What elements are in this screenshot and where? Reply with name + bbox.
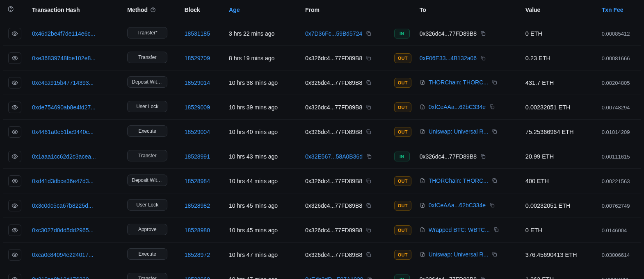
txn-age: 10 hrs 45 mins ago — [229, 202, 278, 209]
block-link[interactable]: 18531185 — [185, 30, 210, 37]
view-details-button[interactable] — [8, 200, 21, 211]
copy-icon[interactable] — [491, 79, 498, 85]
copy-icon[interactable] — [480, 55, 486, 61]
copy-icon[interactable] — [365, 202, 372, 209]
to-address[interactable]: 0xfCeAAa...62bC334e — [429, 104, 486, 110]
direction-badge: IN — [394, 274, 410, 279]
txn-hash-link[interactable]: 0xe4ca915b47714393... — [32, 79, 94, 86]
table-row: 0x46d2be4f7de114e6c...Transfer*185311853… — [3, 21, 641, 46]
copy-icon[interactable] — [493, 227, 499, 233]
copy-icon[interactable] — [365, 104, 372, 110]
txn-hash-link[interactable]: 0xde754690ab8e4fd27... — [32, 104, 96, 111]
view-details-button[interactable] — [8, 175, 21, 187]
block-link[interactable]: 18529009 — [185, 104, 210, 111]
to-address[interactable]: Uniswap: Universal R... — [429, 128, 489, 135]
copy-icon[interactable] — [480, 153, 486, 159]
txn-hash-link[interactable]: 0xd41d3dbce36e47d3... — [32, 178, 94, 184]
view-details-button[interactable] — [8, 249, 21, 261]
txn-hash-link[interactable]: 0x4461a0e51be9440c... — [32, 129, 94, 135]
from-address[interactable]: 0x32E567...58A0B36d — [305, 153, 363, 160]
copy-icon[interactable] — [365, 227, 372, 233]
from-address: 0x326dc4...77FD89B8 — [305, 104, 362, 111]
header-fee[interactable]: Txn Fee — [598, 0, 641, 21]
txn-value: 1,262 ETH — [525, 276, 554, 279]
copy-icon[interactable] — [365, 30, 372, 36]
txn-hash-link[interactable]: 0x3c0dc5ca67b8225d... — [32, 202, 93, 209]
txn-hash-link[interactable]: 0x210ca8b12d176330... — [32, 276, 94, 279]
to-address[interactable]: 0xF06E33...4B132a06 — [420, 55, 477, 61]
txn-fee: 0.00221563 — [602, 178, 630, 184]
from-address[interactable]: 0x7D36Fc...59Bd5724 — [305, 30, 362, 37]
svg-point-25 — [14, 156, 16, 157]
view-details-button[interactable] — [8, 225, 21, 236]
copy-icon[interactable] — [489, 104, 495, 110]
to-address[interactable]: Uniswap: Universal R... — [429, 251, 489, 258]
txn-hash-link[interactable]: 0xe36839748fbe102e8... — [32, 55, 96, 61]
txn-value: 75.25366964 ETH — [525, 129, 574, 135]
header-age[interactable]: Age — [226, 0, 302, 21]
copy-icon[interactable] — [365, 178, 372, 184]
copy-icon[interactable] — [491, 128, 498, 134]
direction-badge: OUT — [394, 53, 411, 63]
block-link[interactable]: 18528968 — [185, 276, 210, 279]
view-details-button[interactable] — [8, 274, 21, 279]
header-block: Block — [181, 0, 226, 21]
copy-icon[interactable] — [365, 55, 372, 61]
svg-rect-8 — [368, 57, 371, 60]
svg-rect-42 — [495, 229, 498, 232]
txn-hash-link[interactable]: 0xc3027d0dd5dd2965... — [32, 227, 94, 234]
to-address[interactable]: THORChain: THORC... — [429, 79, 488, 86]
block-link[interactable]: 18528984 — [185, 178, 210, 184]
block-link[interactable]: 18528982 — [185, 202, 210, 209]
table-row: 0xd41d3dbce36e47d3...Deposit With ...185… — [3, 169, 641, 193]
block-link[interactable]: 18529014 — [185, 79, 210, 86]
copy-icon[interactable] — [367, 276, 373, 279]
block-link[interactable]: 18528980 — [185, 227, 210, 234]
help-icon[interactable] — [150, 7, 156, 13]
txn-hash-link[interactable]: 0xca0c84094e224017... — [32, 252, 93, 258]
view-details-button[interactable] — [8, 28, 21, 39]
block-link[interactable]: 18528972 — [185, 252, 210, 258]
view-details-button[interactable] — [8, 102, 21, 113]
to-address: 0x326dc4...77FD89B8 — [420, 30, 477, 37]
to-address[interactable]: THORChain: THORC... — [429, 177, 488, 184]
to-address[interactable]: 0xfCeAAa...62bC334e — [429, 202, 486, 209]
header-from: From — [302, 0, 391, 21]
copy-icon[interactable] — [365, 79, 372, 86]
contract-icon — [420, 129, 425, 134]
table-row: 0xca0c84094e224017...Execute1852897210 h… — [3, 243, 641, 267]
method-badge: Transfer — [127, 52, 167, 63]
block-link[interactable]: 18529709 — [185, 55, 210, 61]
to-address[interactable]: Wrapped BTC: WBTC... — [429, 227, 490, 233]
from-address[interactable]: 0xE4b3dD...F07A1939 — [305, 276, 363, 279]
view-details-button[interactable] — [8, 126, 21, 138]
copy-icon[interactable] — [491, 177, 498, 184]
to-address: 0x326dc4...77FD89B8 — [420, 153, 477, 160]
txn-hash-link[interactable]: 0x46d2be4f7de114e6c... — [32, 30, 95, 37]
txn-value: 400 ETH — [525, 178, 549, 184]
txn-hash-link[interactable]: 0x1aaa1cc62d2c3acea... — [32, 153, 96, 160]
txn-value: 0 ETH — [525, 30, 542, 37]
table-row: 0xde754690ab8e4fd27...User Lock185290091… — [3, 95, 641, 120]
svg-point-4 — [14, 33, 16, 34]
block-link[interactable]: 18529004 — [185, 129, 210, 135]
copy-icon[interactable] — [366, 153, 372, 159]
copy-icon[interactable] — [365, 252, 372, 258]
txn-value: 20.99 ETH — [525, 153, 554, 160]
method-badge: Execute — [127, 248, 167, 260]
help-icon[interactable] — [7, 6, 14, 12]
view-details-button[interactable] — [8, 52, 21, 64]
copy-icon[interactable] — [480, 30, 486, 36]
block-link[interactable]: 18528991 — [185, 153, 210, 160]
copy-icon[interactable] — [480, 276, 486, 279]
direction-badge: OUT — [394, 176, 411, 186]
copy-icon[interactable] — [491, 251, 498, 257]
from-address: 0x326dc4...77FD89B8 — [305, 227, 362, 234]
from-address: 0x326dc4...77FD89B8 — [305, 55, 362, 61]
view-details-button[interactable] — [8, 77, 21, 88]
copy-icon[interactable] — [489, 202, 495, 208]
txn-age: 10 hrs 47 mins ago — [229, 276, 278, 279]
copy-icon[interactable] — [365, 129, 372, 135]
svg-point-7 — [14, 57, 16, 59]
view-details-button[interactable] — [8, 151, 21, 162]
